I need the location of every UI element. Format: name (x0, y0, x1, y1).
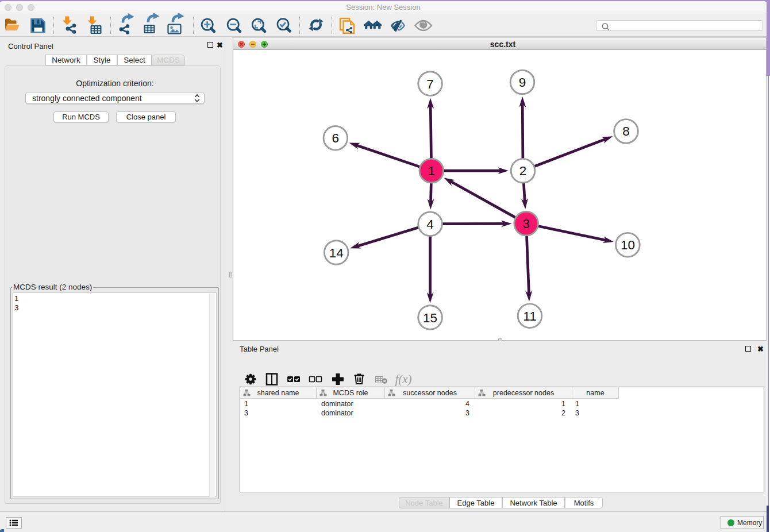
svg-text:3: 3 (522, 217, 530, 231)
svg-text:7: 7 (426, 77, 434, 91)
svg-text:4: 4 (426, 217, 434, 232)
svg-text:14: 14 (329, 246, 344, 260)
svg-text:10: 10 (621, 238, 635, 252)
svg-text:6: 6 (332, 131, 340, 145)
svg-text:11: 11 (523, 309, 536, 323)
svg-text:15: 15 (423, 311, 437, 325)
svg-text:9: 9 (519, 75, 526, 90)
svg-text:8: 8 (622, 124, 630, 138)
svg-text:1: 1 (428, 164, 436, 178)
svg-text:f(x): f(x) (395, 372, 411, 386)
svg-text:2: 2 (519, 164, 527, 178)
